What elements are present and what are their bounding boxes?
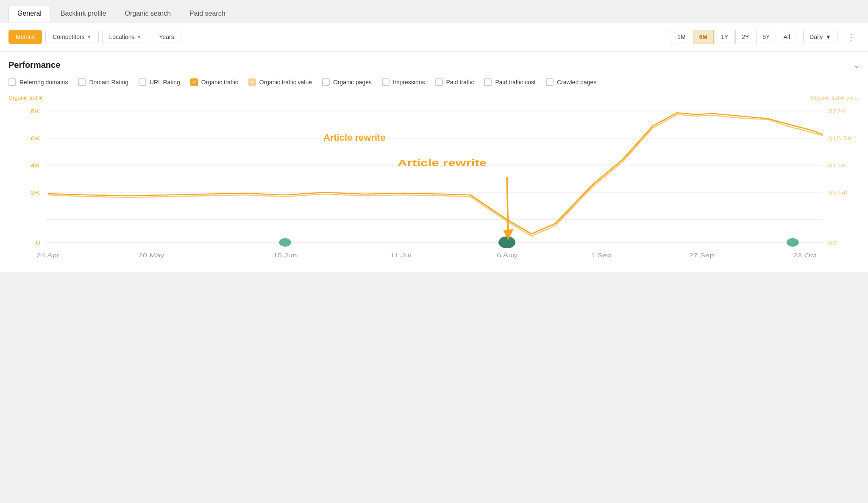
tab-general[interactable]: General — [8, 5, 50, 22]
chart-area: Organic traffic Organic traffic value Ar… — [0, 94, 868, 272]
checkbox-impressions[interactable]: Impressions — [382, 77, 425, 88]
metrics-button[interactable]: Metrics — [8, 30, 42, 44]
svg-text:4K: 4K — [31, 162, 40, 169]
checkbox-box — [8, 78, 16, 86]
chart-right-label: Organic traffic value — [811, 94, 860, 101]
checkbox-box-checked: ✓ — [190, 78, 198, 86]
chevron-down-icon: ▼ — [137, 35, 141, 39]
checkbox-box — [546, 78, 554, 86]
checkbox-box — [139, 78, 146, 86]
svg-text:2K: 2K — [31, 189, 40, 196]
svg-text:24 Apr: 24 Apr — [36, 252, 60, 258]
svg-text:20 May: 20 May — [138, 252, 164, 258]
checkbox-box — [435, 78, 443, 86]
svg-text:0: 0 — [36, 239, 40, 246]
daily-button[interactable]: Daily ▼ — [803, 30, 837, 44]
svg-text:11 Jul: 11 Jul — [390, 252, 411, 258]
svg-line-19 — [507, 177, 508, 235]
chevron-down-icon: ▼ — [87, 35, 92, 39]
check-icon: ✓ — [192, 79, 196, 85]
locations-button[interactable]: Locations ▼ — [102, 30, 149, 44]
chart-labels-row: Organic traffic Organic traffic value — [8, 94, 860, 101]
check-icon: ✓ — [250, 79, 254, 85]
tab-organic[interactable]: Organic search — [117, 6, 180, 22]
main-content: Metrics Competitors ▼ Locations ▼ Years … — [0, 22, 868, 272]
svg-text:$5.5K: $5.5K — [828, 189, 849, 196]
checkbox-box-checked-light: ✓ — [248, 78, 256, 86]
top-nav: General Backlink profile Organic search … — [0, 0, 868, 22]
chart-left-label: Organic traffic — [8, 94, 43, 101]
more-options-button[interactable]: ⋮ — [843, 28, 860, 45]
svg-text:23 Oct: 23 Oct — [793, 252, 817, 258]
svg-text:1 Sep: 1 Sep — [591, 252, 612, 258]
svg-text:$11K: $11K — [828, 162, 846, 169]
checkbox-referring-domains[interactable]: Referring domains — [8, 77, 68, 88]
time-2y[interactable]: 2Y — [735, 30, 755, 44]
svg-text:$0: $0 — [828, 239, 837, 246]
chart-container: Article rewrite 8K 6K 4K 2K 0 — [8, 103, 860, 264]
time-1y[interactable]: 1Y — [715, 30, 734, 44]
svg-text:$16.5K: $16.5K — [828, 135, 853, 142]
filter-bar: Metrics Competitors ▼ Locations ▼ Years … — [0, 22, 868, 52]
checkbox-paid-traffic[interactable]: Paid traffic — [435, 77, 474, 88]
checkbox-url-rating[interactable]: URL Rating — [139, 77, 180, 88]
checkboxes-grid: Referring domains Domain Rating URL Rati… — [8, 77, 860, 88]
checkbox-organic-traffic-value[interactable]: ✓ Organic traffic value — [248, 77, 312, 88]
svg-point-16 — [279, 238, 291, 247]
years-button[interactable]: Years — [152, 30, 181, 44]
performance-section: Performance ⌄ Referring domains Domain R… — [0, 52, 868, 88]
checkbox-organic-traffic[interactable]: ✓ Organic traffic — [190, 77, 238, 88]
tab-paid[interactable]: Paid search — [181, 6, 234, 22]
app-wrapper: General Backlink profile Organic search … — [0, 0, 868, 503]
section-title: Performance — [8, 60, 60, 70]
competitors-button[interactable]: Competitors ▼ — [45, 30, 98, 44]
collapse-button[interactable]: ⌄ — [853, 61, 860, 70]
time-1m[interactable]: 1M — [671, 30, 692, 44]
svg-text:27 Sep: 27 Sep — [689, 252, 714, 258]
svg-text:15 Jun: 15 Jun — [273, 252, 297, 258]
checkbox-box — [78, 78, 86, 86]
checkbox-crawled-pages[interactable]: Crawled pages — [546, 77, 596, 88]
time-5y[interactable]: 5Y — [756, 30, 776, 44]
tab-backlink[interactable]: Backlink profile — [52, 6, 115, 22]
svg-point-17 — [498, 236, 515, 248]
svg-point-18 — [787, 238, 799, 247]
svg-text:Article rewrite: Article rewrite — [398, 158, 487, 168]
chevron-down-icon: ▼ — [825, 33, 831, 40]
time-all[interactable]: All — [777, 30, 796, 44]
checkbox-box — [322, 78, 330, 86]
section-header: Performance ⌄ — [8, 60, 860, 70]
chart-svg: 8K 6K 4K 2K 0 $22K $16.5K $11K $5.5K $0 — [8, 103, 860, 264]
svg-text:6 Aug: 6 Aug — [497, 252, 517, 258]
svg-text:6K: 6K — [31, 135, 40, 142]
time-6m[interactable]: 6M — [693, 30, 714, 44]
checkbox-organic-pages[interactable]: Organic pages — [322, 77, 372, 88]
svg-text:8K: 8K — [31, 108, 40, 114]
time-range-group: 1M 6M 1Y 2Y 5Y All — [671, 30, 796, 44]
svg-text:$22K: $22K — [828, 108, 846, 114]
checkbox-domain-rating[interactable]: Domain Rating — [78, 77, 128, 88]
checkbox-box — [484, 78, 492, 86]
checkbox-paid-traffic-cost[interactable]: Paid traffic cost — [484, 77, 535, 88]
checkbox-box — [382, 78, 389, 86]
